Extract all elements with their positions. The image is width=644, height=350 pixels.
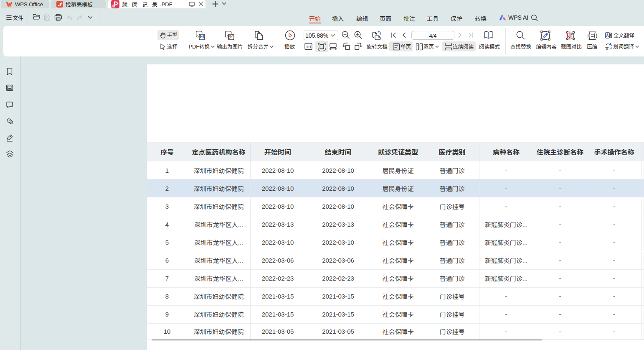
svg-text:文: 文: [605, 46, 609, 50]
svg-text:1:1: 1:1: [306, 45, 312, 49]
